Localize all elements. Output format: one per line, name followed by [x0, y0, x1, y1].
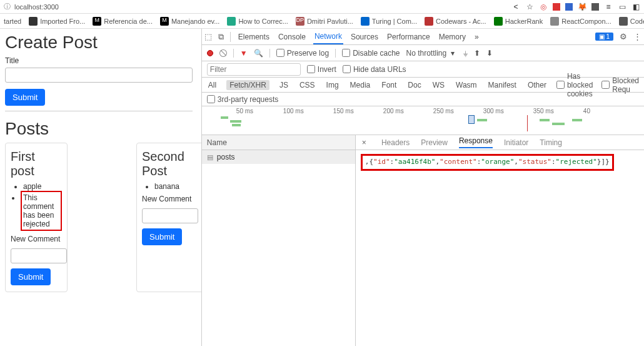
request-list: Name ▤ posts [202, 135, 356, 346]
invert-checkbox[interactable]: Invert [307, 65, 336, 74]
browser-actions: < ☆ ◎ 🦊 ≡ ▭ ◧ [511, 3, 640, 11]
bookmark[interactable]: ReactCompon... [550, 17, 611, 26]
url[interactable]: localhost:3000 [14, 3, 508, 11]
filter-doc[interactable]: Doc [406, 80, 422, 90]
search-icon[interactable]: 🔍 [254, 49, 263, 58]
filter-css[interactable]: CSS [298, 80, 316, 90]
bookmarks-bar: tarted Imported Fro... MReferencia de...… [0, 14, 644, 29]
request-row[interactable]: ▤ posts [202, 150, 355, 164]
bookmark[interactable]: Codementor [619, 17, 644, 26]
comment-item: apple [23, 182, 62, 191]
ext5-icon[interactable] [591, 3, 599, 11]
ext6-icon[interactable]: ≡ [604, 3, 613, 11]
device-icon[interactable]: ⧉ [218, 32, 224, 42]
detail-tab-response[interactable]: Response [459, 136, 493, 148]
comment-input[interactable] [142, 208, 198, 223]
upload-icon[interactable]: ⬆ [474, 49, 480, 58]
bookmark[interactable]: How to Correc... [227, 17, 288, 26]
tabs-more[interactable]: » [473, 30, 480, 44]
ext7-icon[interactable]: ▭ [618, 3, 626, 11]
tab-console[interactable]: Console [277, 30, 307, 44]
filter-fetch[interactable]: Fetch/XHR [226, 80, 269, 90]
post-card: Second Post banana New Comment Submit [136, 143, 201, 292]
devtools-tabs: ⬚ ⧉ Elements Console Network Sources Per… [202, 29, 644, 45]
bookmark[interactable]: tarted [4, 18, 21, 25]
third-party-checkbox[interactable]: 3rd-party requests [207, 95, 278, 104]
create-post-heading: Create Post [5, 33, 196, 53]
bookmark[interactable]: HackerRank [494, 17, 543, 26]
bookmark[interactable]: MManejando ev... [160, 17, 219, 26]
disable-cache-checkbox[interactable]: Disable cache [342, 49, 400, 58]
title-input[interactable] [5, 68, 193, 83]
request-name-header[interactable]: Name [202, 135, 355, 150]
posts-heading: Posts [5, 119, 196, 139]
issues-badge[interactable]: ▣ 1 [595, 33, 613, 41]
comment-submit-button[interactable]: Submit [142, 228, 182, 245]
window-icon[interactable]: ◧ [631, 3, 640, 11]
post-card: First post apple This comment has been r… [5, 143, 68, 292]
ext2-icon[interactable] [553, 3, 560, 11]
inspect-icon[interactable]: ⬚ [204, 32, 212, 41]
star-icon[interactable]: ☆ [525, 3, 534, 11]
title-label: Title [5, 56, 196, 65]
address-bar: ⓘ localhost:3000 < ☆ ◎ 🦊 ≡ ▭ ◧ [0, 0, 644, 14]
filter-media[interactable]: Media [349, 80, 372, 90]
bookmark[interactable]: MReferencia de... [93, 17, 153, 26]
record-icon[interactable] [207, 50, 213, 56]
filter-icon[interactable]: ▼ [240, 49, 248, 58]
filter-font[interactable]: Font [380, 80, 398, 90]
comment-input[interactable] [11, 248, 67, 263]
tab-elements[interactable]: Elements [237, 30, 271, 44]
hide-urls-checkbox[interactable]: Hide data URLs [343, 65, 406, 74]
kebab-icon[interactable]: ⋮ [633, 32, 641, 41]
detail-tab-initiator[interactable]: Initiator [504, 138, 528, 147]
filter-img[interactable]: Img [325, 80, 340, 90]
comment-submit-button[interactable]: Submit [11, 268, 51, 285]
page-content: Create Post Title Submit Posts First pos… [0, 29, 201, 346]
bookmark[interactable]: Imported Fro... [29, 17, 85, 26]
close-icon[interactable]: × [362, 138, 366, 147]
gear-icon[interactable]: ⚙ [620, 32, 627, 41]
filter-wasm[interactable]: Wasm [455, 80, 478, 90]
new-comment-label: New Comment [142, 195, 198, 203]
filter-js[interactable]: JS [278, 80, 289, 90]
tab-memory[interactable]: Memory [438, 30, 467, 44]
create-submit-button[interactable]: Submit [5, 89, 45, 106]
filter-ws[interactable]: WS [431, 80, 446, 90]
filter-input[interactable] [207, 63, 301, 76]
preserve-log-checkbox[interactable]: Preserve log [276, 49, 329, 58]
filter-other[interactable]: Other [526, 80, 548, 90]
filter-manifest[interactable]: Manifest [487, 80, 518, 90]
request-detail: × Headers Preview Response Initiator Tim… [356, 135, 644, 346]
network-type-filters: All Fetch/XHR JS CSS Img Media Font Doc … [202, 78, 644, 93]
detail-tab-timing[interactable]: Timing [540, 138, 562, 147]
bookmark[interactable]: Codewars - Ac... [425, 17, 486, 26]
blocked-req-checkbox[interactable]: Blocked Requ [601, 76, 639, 94]
response-body: ,{"id":"aa416f4b","content":"orange","st… [356, 150, 644, 175]
ext3-icon[interactable] [565, 3, 573, 11]
throttle-select[interactable]: No throttling ▾ [406, 49, 455, 58]
info-icon: ⓘ [4, 2, 11, 11]
share-icon[interactable]: < [511, 3, 520, 11]
bookmark[interactable]: Turing | Com... [361, 17, 417, 26]
tab-network[interactable]: Network [313, 29, 343, 44]
rejected-comment: This comment has been rejected [21, 191, 62, 231]
bookmark[interactable]: DPDmitri Pavluti... [296, 17, 353, 26]
document-icon: ▤ [207, 153, 213, 161]
detail-tab-preview[interactable]: Preview [421, 138, 448, 147]
detail-tab-headers[interactable]: Headers [381, 138, 410, 147]
wifi-icon[interactable]: ⏚ [463, 49, 468, 58]
third-party-row: 3rd-party requests [202, 93, 644, 106]
network-toolbar: ▼ 🔍 Preserve log Disable cache No thrott… [202, 45, 644, 61]
post-title: Second Post [142, 150, 198, 178]
post-title: First post [11, 150, 62, 178]
download-icon[interactable]: ⬇ [486, 49, 493, 58]
ext1-icon[interactable]: ◎ [539, 3, 548, 11]
ext4-icon[interactable]: 🦊 [578, 3, 586, 11]
tab-sources[interactable]: Sources [350, 30, 380, 44]
filter-all[interactable]: All [207, 80, 218, 90]
network-timeline[interactable]: 50 ms 100 ms 150 ms 200 ms 250 ms 300 ms… [202, 106, 644, 135]
tab-performance[interactable]: Performance [386, 30, 431, 44]
clear-icon[interactable] [218, 48, 228, 58]
comment-item: banana [154, 182, 198, 191]
